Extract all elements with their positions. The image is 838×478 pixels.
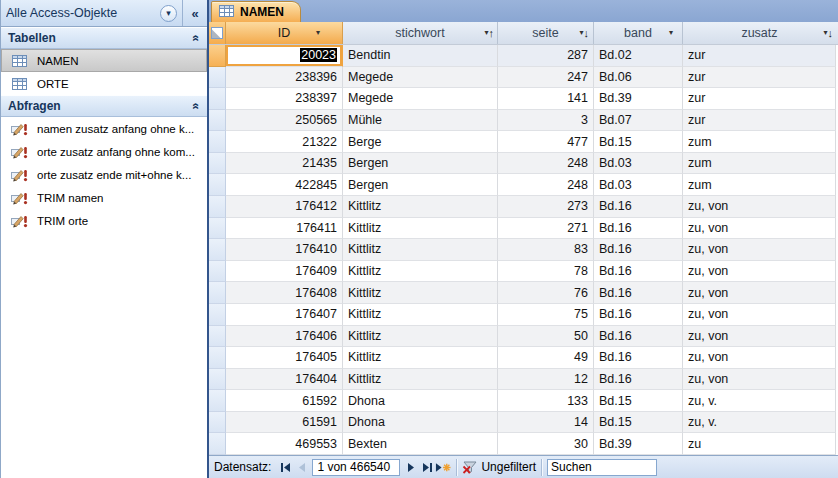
row-selector[interactable] xyxy=(209,174,226,196)
cell-stichwort[interactable]: Kittlitz xyxy=(343,326,498,348)
cell-id[interactable]: 61592 xyxy=(226,390,343,412)
cell-stichwort[interactable]: Bergen xyxy=(343,174,498,196)
nav-item-trim-namen[interactable]: TRIM namen xyxy=(1,186,207,209)
cell-stichwort[interactable]: Kittlitz xyxy=(343,347,498,369)
cell-band[interactable]: Bd.15 xyxy=(594,412,683,434)
row-selector[interactable] xyxy=(209,131,226,153)
search-input[interactable] xyxy=(547,459,657,476)
cell-stichwort[interactable]: Berge xyxy=(343,131,498,153)
cell-zusatz[interactable]: zu, v. xyxy=(683,412,836,434)
cell-seite[interactable]: 133 xyxy=(498,390,594,412)
previous-record-button[interactable] xyxy=(293,459,309,475)
cell-id[interactable]: 176411 xyxy=(226,218,343,240)
seite-sort-desc-icon[interactable]: ▾↓ xyxy=(579,28,589,39)
cell-band[interactable]: Bd.16 xyxy=(594,326,683,348)
cell-seite[interactable]: 78 xyxy=(498,261,594,283)
cell-band[interactable]: Bd.16 xyxy=(594,304,683,326)
next-record-button[interactable] xyxy=(403,459,419,475)
cell-stichwort[interactable]: Mühle xyxy=(343,110,498,132)
row-selector[interactable] xyxy=(209,45,226,67)
nav-item-trim-orte[interactable]: TRIM orte xyxy=(1,209,207,232)
cell-id[interactable]: 176409 xyxy=(226,261,343,283)
cell-id[interactable]: 176410 xyxy=(226,239,343,261)
cell-zusatz[interactable]: zu, von xyxy=(683,196,836,218)
row-selector[interactable] xyxy=(209,88,226,110)
row-selector[interactable] xyxy=(209,196,226,218)
nav-pane-collapse-button[interactable]: « xyxy=(183,0,207,26)
cell-band[interactable]: Bd.03 xyxy=(594,174,683,196)
cell-stichwort[interactable]: Kittlitz xyxy=(343,196,498,218)
cell-seite[interactable]: 273 xyxy=(498,196,594,218)
cell-stichwort[interactable]: Bexten xyxy=(343,433,498,455)
select-all-corner[interactable] xyxy=(209,22,226,44)
cell-zusatz[interactable]: zu, von xyxy=(683,218,836,240)
cell-seite[interactable]: 141 xyxy=(498,88,594,110)
cell-id[interactable]: 176408 xyxy=(226,282,343,304)
cell-stichwort[interactable]: Kittlitz xyxy=(343,239,498,261)
last-record-button[interactable] xyxy=(419,459,435,475)
row-selector[interactable] xyxy=(209,239,226,261)
cell-stichwort[interactable]: Kittlitz xyxy=(343,282,498,304)
cell-band[interactable]: Bd.16 xyxy=(594,369,683,391)
cell-seite[interactable]: 248 xyxy=(498,174,594,196)
cell-seite[interactable]: 49 xyxy=(498,347,594,369)
cell-stichwort[interactable]: Kittlitz xyxy=(343,261,498,283)
row-selector[interactable] xyxy=(209,433,226,455)
nav-item-namen[interactable]: NAMEN xyxy=(1,49,207,72)
cell-stichwort[interactable]: Megede xyxy=(343,88,498,110)
row-selector[interactable] xyxy=(209,218,226,240)
row-selector[interactable] xyxy=(209,282,226,304)
cell-seite[interactable]: 83 xyxy=(498,239,594,261)
cell-id[interactable]: 176404 xyxy=(226,369,343,391)
cell-zusatz[interactable]: zu xyxy=(683,433,836,455)
cell-band[interactable]: Bd.16 xyxy=(594,282,683,304)
cell-band[interactable]: Bd.39 xyxy=(594,433,683,455)
row-selector[interactable] xyxy=(209,261,226,283)
cell-seite[interactable]: 14 xyxy=(498,412,594,434)
new-record-button[interactable] xyxy=(435,459,451,475)
stichwort-sort-asc-icon[interactable]: ▾↑ xyxy=(484,28,494,39)
cell-seite[interactable]: 50 xyxy=(498,326,594,348)
row-selector[interactable] xyxy=(209,369,226,391)
cell-id[interactable]: 176406 xyxy=(226,326,343,348)
cell-band[interactable]: Bd.16 xyxy=(594,218,683,240)
cell-zusatz[interactable]: zu, von xyxy=(683,239,836,261)
cell-band[interactable]: Bd.16 xyxy=(594,239,683,261)
cell-id[interactable]: 21322 xyxy=(226,131,343,153)
cell-stichwort[interactable]: Kittlitz xyxy=(343,369,498,391)
cell-zusatz[interactable]: zu, von xyxy=(683,326,836,348)
cell-seite[interactable]: 30 xyxy=(498,433,594,455)
filter-state-toggle[interactable]: Ungefiltert xyxy=(462,460,536,474)
cell-band[interactable]: Bd.16 xyxy=(594,196,683,218)
cell-zusatz[interactable]: zu, v. xyxy=(683,390,836,412)
zusatz-sort-desc-icon[interactable]: ▾↓ xyxy=(823,28,833,39)
cell-zusatz[interactable]: zur xyxy=(683,110,836,132)
section-header-abfragen[interactable]: Abfragen« xyxy=(1,95,207,117)
cell-id[interactable]: 21435 xyxy=(226,153,343,175)
cell-zusatz[interactable]: zu, von xyxy=(683,304,836,326)
row-selector[interactable] xyxy=(209,153,226,175)
cell-seite[interactable]: 76 xyxy=(498,282,594,304)
cell-zusatz[interactable]: zum xyxy=(683,153,836,175)
nav-item-namen-zusatz-anfang-ohne-k[interactable]: namen zusatz anfang ohne k... xyxy=(1,117,207,140)
cell-seite[interactable]: 3 xyxy=(498,110,594,132)
cell-stichwort[interactable]: Dhona xyxy=(343,390,498,412)
cell-stichwort[interactable]: Megede xyxy=(343,67,498,89)
first-record-button[interactable] xyxy=(277,459,293,475)
cell-id[interactable]: 238396 xyxy=(226,67,343,89)
cell-zusatz[interactable]: zum xyxy=(683,174,836,196)
cell-id[interactable]: 176405 xyxy=(226,347,343,369)
cell-zusatz[interactable]: zu, von xyxy=(683,261,836,283)
cell-stichwort[interactable]: Bergen xyxy=(343,153,498,175)
column-header-zusatz[interactable]: zusatz▾↓ xyxy=(683,22,836,44)
cell-zusatz[interactable]: zu, von xyxy=(683,369,836,391)
column-header-stichwort[interactable]: stichwort▾↑ xyxy=(343,22,498,44)
cell-zusatz[interactable]: zur xyxy=(683,67,836,89)
cell-zusatz[interactable]: zum xyxy=(683,131,836,153)
cell-stichwort[interactable]: Dhona xyxy=(343,412,498,434)
nav-item-orte-zusatz-anfang-ohne-kom[interactable]: orte zusatz anfang ohne kom... xyxy=(1,140,207,163)
column-header-band[interactable]: band▾ xyxy=(594,22,683,44)
cell-band[interactable]: Bd.15 xyxy=(594,131,683,153)
cell-band[interactable]: Bd.02 xyxy=(594,45,683,67)
row-selector[interactable] xyxy=(209,390,226,412)
